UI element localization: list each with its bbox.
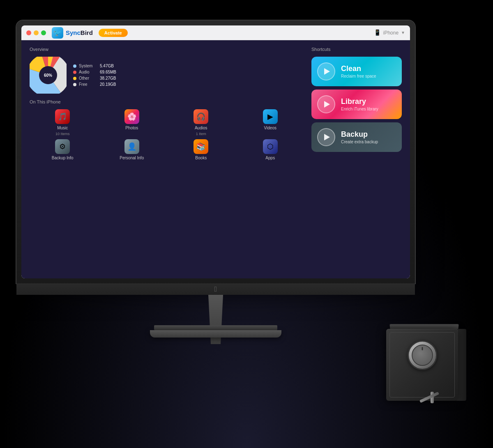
pie-chart: 60% [30,57,67,94]
iphone-icon: 📱 [374,29,381,36]
other-label: Other [79,76,97,80]
photos-label: Photos [125,126,138,130]
audios-icon: 🎧 [194,109,208,124]
app-books[interactable]: 📚 Books [168,139,234,162]
system-label: System [79,64,97,68]
shortcuts-panel: Shortcuts Clean Reclaim free space [311,47,402,272]
clean-play-button[interactable] [317,62,335,80]
library-name: Library [341,97,378,106]
scene: 🐦 SyncBird Activate 📱 iPhone ▼ [0,0,493,448]
screen: 🐦 SyncBird Activate 📱 iPhone ▼ [21,25,410,278]
backup-info-label: Backup Info [52,156,74,160]
books-label: Books [195,156,207,160]
iphone-section-title: On This iPhone [30,99,303,104]
overview-title: Overview [30,47,303,52]
library-text: Library Enrich iTunes library [341,97,378,111]
clean-text: Clean Reclaim free space [341,64,376,78]
audio-label: Audio [79,70,97,74]
device-label: iPhone [383,30,399,36]
backup-name: Backup [341,130,378,139]
minimize-button[interactable] [34,30,39,35]
free-value: 20.19GB [100,82,116,87]
overview-section: Overview [30,47,303,94]
legend-audio: Audio 69.65MB [73,70,116,74]
legend-free: Free 20.19GB [73,82,116,87]
imac-stand-base [150,330,281,338]
app-videos[interactable]: ▶ Videos [237,109,304,136]
library-play-icon [324,101,330,108]
app-personal-info[interactable]: 👤 Personal Info [99,139,165,162]
app-music[interactable]: 🎵 Music 10 Items [30,109,96,136]
system-value: 5.47GB [100,64,114,68]
videos-icon: ▶ [263,109,278,124]
imac-chin:  [16,283,415,295]
apps-icon: ⬡ [263,139,278,154]
other-dot [73,77,76,80]
safe-dial-inner [412,345,433,366]
safe-dial [408,340,437,370]
screen-bezel: 🐦 SyncBird Activate 📱 iPhone ▼ [16,21,415,283]
close-button[interactable] [26,30,31,35]
backup-desc: Create extra backup [341,140,378,144]
app-name: SyncBird [66,29,93,36]
music-icon: 🎵 [55,109,70,124]
safe-body [386,329,458,401]
photos-icon: 🌸 [124,109,139,124]
library-play-button[interactable] [317,95,335,113]
chart-legend: System 5.47GB Audio 69.65MB [73,64,116,87]
library-desc: Enrich iTunes library [341,107,378,111]
app-photos[interactable]: 🌸 Photos [99,109,165,136]
books-icon: 📚 [194,139,208,154]
free-dot [73,83,76,86]
music-label: Music [57,126,68,130]
library-shortcut[interactable]: Library Enrich iTunes library [311,90,402,119]
app-apps[interactable]: ⬡ Apps [237,139,304,162]
titlebar-right: 📱 iPhone ▼ [374,29,405,36]
audio-value: 69.65MB [100,70,116,74]
app-audios[interactable]: 🎧 Audios 1 Item [168,109,234,136]
backup-info-icon: ⚙ [55,139,70,154]
left-panel: Overview [30,47,303,272]
app-logo: 🐦 SyncBird Activate [52,27,128,39]
legend-other: Other 38.27GB [73,76,116,80]
backup-play-icon [324,134,330,140]
imac-monitor: 🐦 SyncBird Activate 📱 iPhone ▼ [16,21,415,329]
dial-notch [422,347,423,350]
personal-info-icon: 👤 [124,139,139,154]
clean-desc: Reclaim free space [341,74,376,78]
clean-shortcut[interactable]: Clean Reclaim free space [311,57,402,86]
clean-name: Clean [341,64,376,73]
activate-button[interactable]: Activate [99,29,128,37]
backup-text: Backup Create extra backup [341,130,378,144]
other-value: 38.27GB [100,76,116,80]
audios-label: Audios [195,126,207,130]
videos-label: Videos [264,126,276,130]
dropdown-arrow[interactable]: ▼ [401,30,405,35]
legend-system: System 5.47GB [73,64,116,68]
apps-label: Apps [265,156,275,160]
main-content: Overview [21,40,410,278]
safe-front-face [386,329,458,401]
backup-play-button[interactable] [317,128,335,146]
personal-info-label: Personal Info [120,156,144,160]
app-window: 🐦 SyncBird Activate 📱 iPhone ▼ [21,25,410,278]
apple-logo:  [214,285,217,294]
backup-shortcut[interactable]: Backup Create extra backup [311,122,402,152]
system-dot [73,64,76,68]
shortcuts-title: Shortcuts [311,47,402,52]
apps-grid: 🎵 Music 10 Items 🌸 Photos [30,109,303,162]
music-count: 10 Items [55,132,70,136]
chart-area: 60% System 5.47GB [30,57,303,94]
titlebar: 🐦 SyncBird Activate 📱 iPhone ▼ [21,25,410,40]
clean-play-icon [324,68,330,75]
imac-stand-bar [154,325,277,330]
safe-box [386,329,468,411]
svg-text:60%: 60% [44,73,52,78]
maximize-button[interactable] [41,30,46,35]
app-backup-info[interactable]: ⚙ Backup Info [30,139,96,162]
audio-dot [73,71,76,74]
logo-icon: 🐦 [52,27,63,39]
on-this-iphone-section: On This iPhone 🎵 Music 10 Items 🌸 [30,99,303,162]
free-label: Free [79,82,97,87]
audios-count: 1 Item [196,132,206,136]
